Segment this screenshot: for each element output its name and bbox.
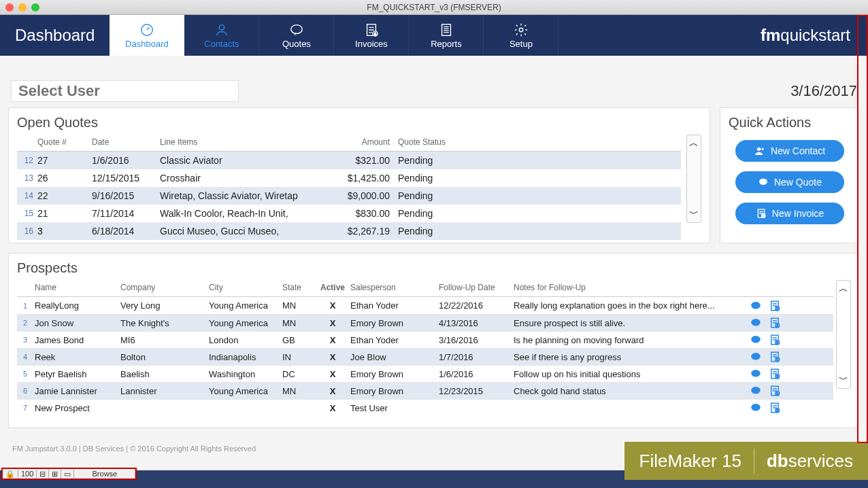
nav-tab-quotes[interactable]: Quotes: [259, 15, 334, 56]
zoom-level[interactable]: 100: [18, 469, 37, 478]
svg-point-7: [519, 28, 523, 32]
nav-tab-invoices[interactable]: $ Invoices: [334, 15, 409, 56]
prospect-row[interactable]: 4 Reek Bolton Indianapolis IN X Joe Blow…: [17, 348, 833, 365]
dbservices-label: dbservices: [767, 451, 853, 472]
product-badge: FileMaker 15 dbservices: [624, 442, 868, 480]
prospects-header: Name Company City State Active Salespers…: [17, 280, 833, 297]
prospect-row[interactable]: 6 Jamie Lannister Lannister Young Americ…: [17, 382, 833, 399]
col-salesperson[interactable]: Salesperson: [350, 283, 439, 292]
contacts-icon: [214, 22, 229, 37]
invoice-icon[interactable]: $: [769, 300, 781, 312]
svg-point-25: [751, 353, 761, 360]
new-quote-button[interactable]: New Quote: [735, 171, 844, 193]
amount: $9,000.00: [330, 190, 398, 201]
quote-number: 3: [37, 226, 92, 237]
open-quote-row[interactable]: 15 21 7/11/2014 Walk-In Coolor, Reach-In…: [17, 205, 681, 222]
open-quote-row[interactable]: 14 22 9/16/2015 Wiretap, Classic Aviator…: [17, 187, 681, 205]
quote-date: 9/16/2015: [92, 190, 160, 201]
col-followup[interactable]: Follow-Up Date: [439, 283, 514, 292]
nav-tab-setup[interactable]: Setup: [484, 15, 558, 56]
state: MN: [282, 300, 315, 311]
city: Washington: [209, 369, 282, 379]
active-flag: X: [315, 352, 350, 362]
col-notes[interactable]: Notes for Follow-Up: [514, 283, 745, 292]
invoice-icon[interactable]: $: [769, 351, 781, 363]
svg-point-13: [751, 302, 761, 309]
prospect-row[interactable]: 5 Petyr Baelish Baelish Washington DC X …: [17, 365, 833, 382]
prospect-row[interactable]: 2 Jon Snow The Knight's Young America MN…: [17, 314, 833, 331]
invoice-icon[interactable]: $: [769, 402, 781, 414]
nav-tab-contacts[interactable]: Contacts: [184, 15, 259, 56]
row-index: 13: [17, 173, 37, 183]
scroll-down-icon[interactable]: ﹀: [837, 372, 850, 388]
state: DC: [282, 369, 315, 379]
chat-icon[interactable]: [750, 368, 762, 380]
chat-icon[interactable]: [750, 385, 762, 397]
prospect-name: Petyr Baelish: [33, 369, 120, 379]
col-status[interactable]: Quote Status: [398, 137, 480, 147]
svg-point-1: [219, 24, 224, 29]
scroll-up-icon[interactable]: ︿: [837, 281, 850, 297]
col-active[interactable]: Active: [315, 283, 350, 292]
invoice-icon[interactable]: $: [769, 385, 781, 397]
separator: [754, 449, 754, 473]
status: Pending: [398, 226, 480, 237]
new-contact-button[interactable]: New Contact: [735, 140, 844, 162]
nav-label: Setup: [510, 39, 533, 49]
open-quote-row[interactable]: 16 3 6/18/2014 Gucci Museo, Gucci Museo,…: [17, 222, 681, 240]
invoice-icon[interactable]: $: [769, 368, 781, 380]
prospect-row[interactable]: 7 New Prospect X Test User $: [17, 399, 833, 416]
chat-icon[interactable]: [750, 300, 762, 312]
lock-icon[interactable]: 🔒: [3, 469, 18, 478]
zoom-in-icon[interactable]: ⊞: [49, 469, 61, 478]
open-quotes-scrollbar[interactable]: ︿ ﹀: [686, 135, 701, 223]
chat-icon[interactable]: [750, 334, 762, 346]
col-quote[interactable]: Quote #: [37, 137, 92, 147]
invoice-icon[interactable]: $: [769, 317, 781, 329]
nav-tab-reports[interactable]: Reports: [409, 15, 484, 56]
window-close-button[interactable]: [5, 3, 14, 12]
zoom-out-icon[interactable]: ⊟: [37, 469, 49, 478]
invoice-icon[interactable]: $: [769, 334, 781, 346]
chat-icon[interactable]: [750, 402, 762, 414]
open-quote-row[interactable]: 13 26 12/15/2015 Crosshair $1,425.00 Pen…: [17, 169, 681, 187]
prospect-row[interactable]: 1 ReallyLong Very Long Young America MN …: [17, 297, 833, 314]
status: Pending: [398, 155, 480, 166]
chat-icon[interactable]: [750, 351, 762, 363]
col-city[interactable]: City: [209, 283, 282, 292]
company: Very Long: [120, 300, 209, 311]
chat-icon[interactable]: [750, 317, 762, 329]
col-company[interactable]: Company: [120, 283, 209, 292]
new-invoice-button[interactable]: $ New Invoice: [735, 203, 844, 224]
col-name[interactable]: Name: [33, 283, 120, 292]
city: Young America: [209, 300, 282, 311]
window-title: FM_QUICKSTART_v3 (FMSERVER): [367, 3, 501, 12]
col-line-items[interactable]: Line Items: [160, 137, 330, 147]
salesperson: Ethan Yoder: [350, 335, 439, 345]
col-amount[interactable]: Amount: [330, 137, 398, 147]
notes: Ensure prospect is still alive.: [514, 318, 745, 328]
window-maximize-button[interactable]: [31, 3, 39, 12]
prospects-scrollbar[interactable]: ︿ ﹀: [836, 280, 851, 389]
scroll-down-icon[interactable]: ﹀: [687, 206, 701, 222]
window-minimize-button[interactable]: [18, 3, 27, 12]
filemaker-label: FileMaker 15: [639, 451, 741, 472]
open-quote-row[interactable]: 12 27 1/6/2016 Classic Aviator $321.00 P…: [17, 152, 681, 169]
col-state[interactable]: State: [282, 283, 315, 292]
svg-text:$: $: [374, 32, 376, 36]
notes: See if there is any progress: [514, 352, 745, 362]
view-icon[interactable]: ▭: [61, 469, 74, 478]
col-date[interactable]: Date: [92, 137, 160, 147]
city: London: [209, 335, 282, 345]
followup-date: 4/13/2016: [439, 318, 514, 328]
footer-copyright: FM Jumpstart 3.0.0 | DB Services | © 201…: [12, 445, 256, 453]
state: GB: [282, 335, 315, 345]
scroll-up-icon[interactable]: ︿: [687, 135, 701, 152]
mode-selector[interactable]: Browse: [74, 469, 135, 478]
invoice-icon: $: [756, 208, 767, 219]
app-title: Dashboard: [0, 15, 110, 56]
select-user-input[interactable]: [11, 80, 239, 102]
prospect-row[interactable]: 3 James Bond MI6 London GB X Ethan Yoder…: [17, 331, 833, 348]
nav-tab-dashboard[interactable]: Dashboard: [110, 15, 184, 56]
row-index: 2: [17, 319, 33, 327]
